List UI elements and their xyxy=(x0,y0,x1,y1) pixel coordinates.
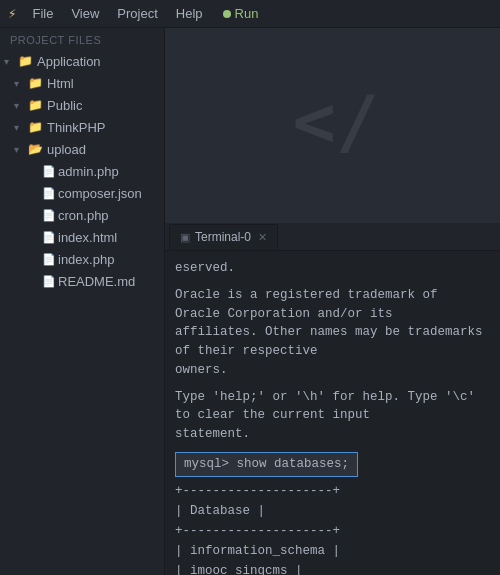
main-area: Project Files ▾ 📁 Application ▾ 📁 Html ▾… xyxy=(0,28,500,575)
tree-label: ThinkPHP xyxy=(47,120,106,135)
tree-item-index-html[interactable]: 📄 index.html xyxy=(0,226,164,248)
tree-item-application[interactable]: ▾ 📁 Application xyxy=(0,50,164,72)
arrow-icon: ▾ xyxy=(14,144,28,155)
tree-label: composer.json xyxy=(58,186,142,201)
terminal-close-icon[interactable]: ✕ xyxy=(258,231,267,244)
tree-label: index.php xyxy=(58,252,114,267)
table-separator-mid: +--------------------+ xyxy=(175,521,490,541)
table-row-1: | information_schema | xyxy=(175,541,490,561)
run-status-dot xyxy=(223,10,231,18)
tree-label: README.md xyxy=(58,274,135,289)
file-icon: 📄 xyxy=(42,209,54,222)
tree-label: Public xyxy=(47,98,82,113)
terminal-reserved-text: eserved. xyxy=(175,259,490,278)
tree-label: index.html xyxy=(58,230,117,245)
menu-file[interactable]: File xyxy=(24,4,61,23)
tree-item-index-php[interactable]: 📄 index.php xyxy=(0,248,164,270)
terminal-body[interactable]: eserved. Oracle is a registered trademar… xyxy=(165,251,500,575)
terminal-tab-label: Terminal-0 xyxy=(195,230,251,244)
folder-icon: 📁 xyxy=(18,54,33,68)
tree-label: Application xyxy=(37,54,101,69)
tree-label: cron.php xyxy=(58,208,109,223)
tree-item-thinkphp[interactable]: ▾ 📁 ThinkPHP xyxy=(0,116,164,138)
terminal-oracle-text: Oracle is a registered trademark of Orac… xyxy=(175,286,490,380)
table-separator-top: +--------------------+ xyxy=(175,481,490,501)
tree-item-cron-php[interactable]: 📄 cron.php xyxy=(0,204,164,226)
run-label: Run xyxy=(235,6,259,21)
folder-icon: 📁 xyxy=(28,76,43,90)
file-icon: 📄 xyxy=(42,275,54,288)
folder-icon: 📂 xyxy=(28,142,43,156)
mysql-command-line: mysql> show databases; xyxy=(175,452,490,477)
tree-item-composer-json[interactable]: 📄 composer.json xyxy=(0,182,164,204)
menu-view[interactable]: View xyxy=(63,4,107,23)
tree-label: Html xyxy=(47,76,74,91)
menu-help[interactable]: Help xyxy=(168,4,211,23)
tree-item-admin-php[interactable]: 📄 admin.php xyxy=(0,160,164,182)
sidebar: Project Files ▾ 📁 Application ▾ 📁 Html ▾… xyxy=(0,28,165,575)
sidebar-header: Project Files xyxy=(0,28,164,50)
svg-text:</>: </> xyxy=(292,79,378,163)
folder-icon: 📁 xyxy=(28,98,43,112)
tree-item-readme-md[interactable]: 📄 README.md xyxy=(0,270,164,292)
menu-bar: ⚡ File View Project Help Run xyxy=(0,0,500,28)
terminal-tab-0[interactable]: ▣ Terminal-0 ✕ xyxy=(169,224,278,250)
tree-label: upload xyxy=(47,142,86,157)
tree-item-html[interactable]: ▾ 📁 Html xyxy=(0,72,164,94)
terminal-section: ▣ Terminal-0 ✕ eserved. Oracle is a regi… xyxy=(165,223,500,575)
app-logo-icon: ⚡ xyxy=(8,5,16,22)
terminal-tab-bar: ▣ Terminal-0 ✕ xyxy=(165,223,500,251)
menu-project[interactable]: Project xyxy=(109,4,165,23)
file-icon: 📄 xyxy=(42,231,54,244)
tree-label: admin.php xyxy=(58,164,119,179)
file-icon: 📄 xyxy=(42,165,54,178)
folder-icon: 📁 xyxy=(28,120,43,134)
table-row-2: | imooc_singcms | xyxy=(175,561,490,576)
terminal-icon: ▣ xyxy=(180,231,190,244)
arrow-icon: ▾ xyxy=(14,122,28,133)
arrow-icon: ▾ xyxy=(14,78,28,89)
editor-area[interactable]: </> xyxy=(165,28,500,223)
right-pane: </> ▣ Terminal-0 ✕ eserved. Oracle is a … xyxy=(165,28,500,575)
file-icon: 📄 xyxy=(42,253,54,266)
arrow-icon: ▾ xyxy=(14,100,28,111)
mysql-prompt: mysql> show databases; xyxy=(175,452,358,477)
table-header: | Database | xyxy=(175,501,490,521)
file-icon: 📄 xyxy=(42,187,54,200)
tree-item-upload[interactable]: ▾ 📂 upload xyxy=(0,138,164,160)
db-table: +--------------------+ | Database | +---… xyxy=(175,481,490,576)
tree-item-public[interactable]: ▾ 📁 Public xyxy=(0,94,164,116)
editor-logo: </> xyxy=(288,78,378,173)
arrow-icon: ▾ xyxy=(4,56,18,67)
terminal-help-text: Type 'help;' or '\h' for help. Type '\c'… xyxy=(175,388,490,444)
run-button[interactable]: Run xyxy=(215,4,267,23)
